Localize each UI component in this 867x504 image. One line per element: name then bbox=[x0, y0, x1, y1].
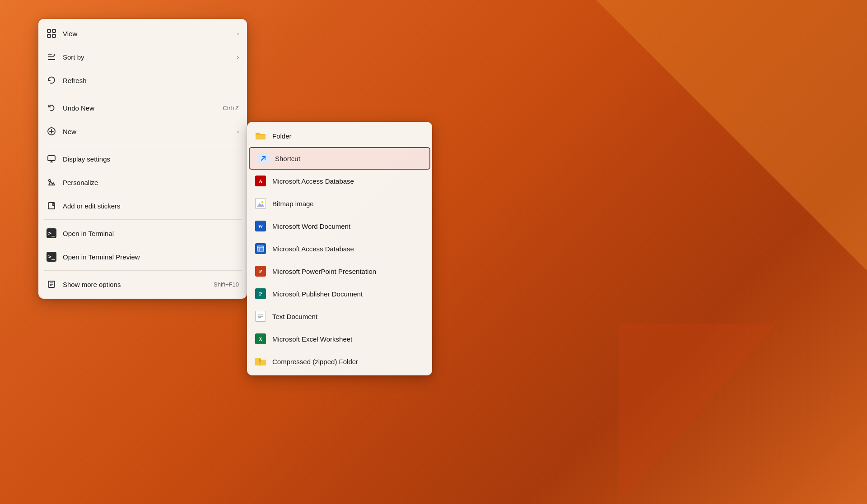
refresh-label: Refresh bbox=[63, 77, 239, 84]
terminal-preview-icon: >_ bbox=[47, 252, 56, 262]
menu-item-personalize[interactable]: Personalize bbox=[38, 171, 247, 194]
divider-1 bbox=[44, 94, 242, 94]
shortcut-label: Shortcut bbox=[275, 155, 300, 162]
svg-point-18 bbox=[261, 201, 264, 203]
undo-new-label: Undo New bbox=[63, 104, 216, 112]
stickers-label: Add or edit stickers bbox=[63, 202, 239, 210]
submenu-item-shortcut[interactable]: Shortcut bbox=[249, 147, 430, 170]
divider-2 bbox=[44, 145, 242, 145]
show-more-label: Show more options bbox=[63, 281, 207, 288]
svg-rect-0 bbox=[47, 29, 51, 32]
menu-item-open-terminal[interactable]: >_ Open in Terminal bbox=[38, 222, 247, 245]
open-terminal-preview-label: Open in Terminal Preview bbox=[63, 253, 239, 261]
undo-new-shortcut: Ctrl+Z bbox=[223, 105, 239, 111]
submenu-item-publisher[interactable]: P Microsoft Publisher Document bbox=[247, 282, 432, 305]
folder-label: Folder bbox=[272, 132, 292, 140]
ppt-icon: P bbox=[255, 266, 266, 277]
view-arrow: › bbox=[237, 30, 239, 37]
submenu-item-bitmap[interactable]: Bitmap image bbox=[247, 192, 432, 215]
sort-by-label: Sort by bbox=[63, 53, 231, 61]
new-arrow: › bbox=[237, 128, 239, 135]
word-icon: W bbox=[255, 221, 266, 231]
word-label: Microsoft Word Document bbox=[272, 222, 350, 230]
divider-3 bbox=[44, 219, 242, 220]
personalize-label: Personalize bbox=[63, 179, 239, 186]
menu-item-refresh[interactable]: Refresh bbox=[38, 69, 247, 92]
show-more-shortcut: Shift+F10 bbox=[214, 281, 239, 288]
excel-label: Microsoft Excel Worksheet bbox=[272, 335, 352, 343]
new-icon bbox=[47, 126, 56, 136]
refresh-icon bbox=[47, 75, 56, 85]
submenu-item-word[interactable]: W Microsoft Word Document bbox=[247, 215, 432, 237]
sort-icon bbox=[47, 52, 56, 62]
access-icon: A bbox=[255, 176, 266, 186]
submenu-item-access-db[interactable]: A Microsoft Access Database bbox=[247, 170, 432, 192]
shortcut-icon bbox=[258, 153, 269, 164]
submenu-item-ppt[interactable]: P Microsoft PowerPoint Presentation bbox=[247, 260, 432, 282]
menu-item-open-terminal-preview[interactable]: >_ Open in Terminal Preview bbox=[38, 245, 247, 268]
display-icon bbox=[47, 154, 56, 164]
context-menu: View › Sort by › Refresh bbox=[38, 19, 247, 299]
open-terminal-label: Open in Terminal bbox=[63, 230, 239, 237]
menu-item-view[interactable]: View › bbox=[38, 22, 247, 45]
svg-rect-2 bbox=[47, 34, 51, 37]
submenu-item-zip[interactable]: Compressed (zipped) Folder bbox=[247, 350, 432, 373]
divider-4 bbox=[44, 270, 242, 271]
text-doc-icon bbox=[255, 311, 266, 322]
svg-rect-3 bbox=[52, 34, 56, 37]
terminal-icon: >_ bbox=[47, 228, 56, 238]
svg-rect-19 bbox=[257, 246, 264, 251]
new-label: New bbox=[63, 128, 231, 135]
publisher-icon: P bbox=[255, 288, 266, 299]
bitmap-icon bbox=[255, 198, 266, 209]
menu-item-new[interactable]: New › bbox=[38, 120, 247, 143]
view-label: View bbox=[63, 30, 231, 37]
show-more-icon bbox=[47, 279, 56, 289]
menu-item-stickers[interactable]: Add or edit stickers bbox=[38, 194, 247, 217]
svg-point-10 bbox=[49, 180, 51, 181]
menu-item-show-more[interactable]: Show more options Shift+F10 bbox=[38, 273, 247, 296]
publisher-label: Microsoft Publisher Document bbox=[272, 290, 363, 298]
undo-icon bbox=[47, 103, 56, 113]
display-settings-label: Display settings bbox=[63, 155, 239, 163]
submenu-item-access-db2[interactable]: Microsoft Access Database bbox=[247, 237, 432, 260]
excel-icon: X bbox=[255, 333, 266, 344]
svg-rect-1 bbox=[52, 29, 56, 32]
access-db2-label: Microsoft Access Database bbox=[272, 245, 354, 253]
zip-icon bbox=[255, 356, 266, 367]
zip-label: Compressed (zipped) Folder bbox=[272, 358, 358, 365]
text-doc-label: Text Document bbox=[272, 313, 317, 320]
svg-rect-7 bbox=[48, 156, 55, 161]
submenu-item-folder[interactable]: Folder bbox=[247, 125, 432, 147]
ppt-label: Microsoft PowerPoint Presentation bbox=[272, 268, 376, 275]
menu-item-display-settings[interactable]: Display settings bbox=[38, 147, 247, 171]
sort-by-arrow: › bbox=[237, 54, 239, 60]
grid-icon bbox=[47, 28, 56, 38]
stickers-icon bbox=[47, 201, 56, 211]
menu-item-undo-new[interactable]: Undo New Ctrl+Z bbox=[38, 96, 247, 120]
new-submenu: Folder Shortcut A Microsoft Access Datab… bbox=[247, 122, 432, 375]
folder-icon bbox=[255, 130, 266, 141]
bitmap-label: Bitmap image bbox=[272, 200, 314, 208]
menu-item-sort-by[interactable]: Sort by › bbox=[38, 45, 247, 69]
access-db-label: Microsoft Access Database bbox=[272, 177, 354, 185]
access-icon-2 bbox=[255, 243, 266, 254]
submenu-item-text-doc[interactable]: Text Document bbox=[247, 305, 432, 328]
submenu-item-excel[interactable]: X Microsoft Excel Worksheet bbox=[247, 328, 432, 350]
personalize-icon bbox=[47, 177, 56, 187]
